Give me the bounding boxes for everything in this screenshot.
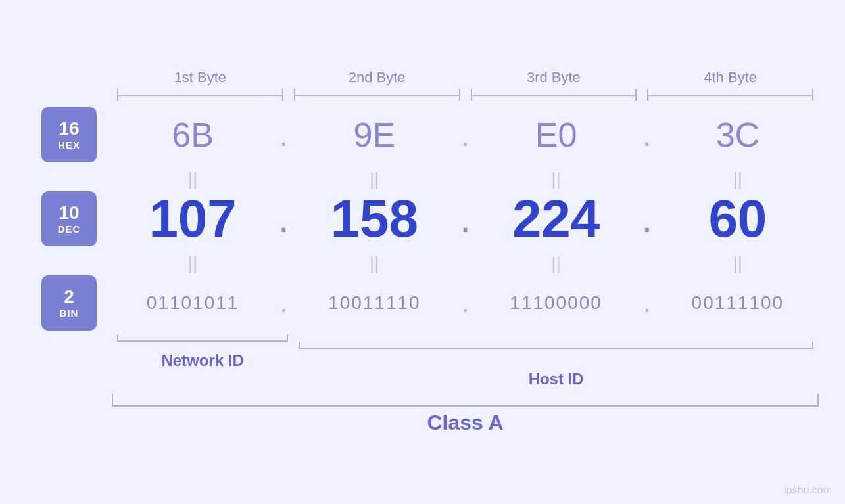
bin-dot-1: . (274, 290, 293, 316)
full-bracket-row (26, 394, 819, 407)
byte-label-2: 2nd Byte (289, 69, 466, 86)
hex-dot-1: . (274, 118, 293, 151)
hex-value-4: 3C (657, 115, 819, 154)
main-container: 1st Byte 2nd Byte 3rd Byte 4th Byte 16 H… (0, 0, 845, 504)
bracket-4 (647, 89, 813, 101)
dec-dot-3: . (637, 199, 657, 239)
host-id-bracket (299, 342, 813, 349)
equals-row-2: || || || || (26, 253, 819, 274)
dec-row: 10 DEC 107 . 158 . 224 . 60 (26, 191, 819, 246)
dec-value-1: 107 (112, 193, 274, 245)
byte-label-3: 3rd Byte (466, 69, 642, 86)
byte-label-4: 4th Byte (642, 69, 819, 86)
bin-dot-3: . (637, 290, 657, 316)
equals-6: || (293, 253, 455, 274)
full-bracket (112, 394, 819, 407)
hex-row: 16 HEX 6B . 9E . E0 . 3C (26, 107, 819, 162)
equals-3: || (475, 169, 637, 190)
bin-dot-2: . (456, 290, 475, 316)
hex-value-3: E0 (475, 115, 637, 154)
dec-badge: 10 DEC (41, 191, 97, 246)
host-id-label: Host ID (293, 370, 819, 388)
equals-row-1: || || || || (26, 169, 819, 190)
watermark: ipshu.com (784, 484, 832, 496)
equals-2: || (293, 169, 455, 190)
byte-labels-row: 1st Byte 2nd Byte 3rd Byte 4th Byte (26, 69, 819, 86)
equals-1: || (112, 169, 274, 190)
bin-value-1: 01101011 (112, 292, 274, 313)
dec-dot-1: . (274, 199, 293, 239)
bin-value-4: 00111100 (657, 292, 819, 313)
equals-7: || (475, 253, 637, 274)
equals-5: || (112, 253, 274, 274)
class-row: Class A (26, 411, 819, 435)
bracket-2 (294, 89, 460, 101)
hex-dot-2: . (456, 118, 475, 151)
hex-value-2: 9E (293, 115, 455, 154)
network-id-label: Network ID (112, 352, 293, 370)
bin-value-2: 10011110 (293, 292, 455, 313)
bracket-3 (471, 89, 637, 101)
bin-badge: 2 BIN (41, 275, 97, 331)
top-brackets-row (26, 89, 819, 101)
network-id-bracket (117, 334, 288, 342)
dec-value-4: 60 (657, 193, 819, 245)
class-label: Class A (112, 411, 819, 435)
dec-dot-2: . (456, 199, 475, 239)
bracket-1 (117, 89, 283, 101)
hex-value-1: 6B (112, 115, 274, 154)
dec-value-3: 224 (475, 193, 637, 245)
label-row: Network ID Host ID (26, 352, 819, 388)
byte-label-1: 1st Byte (112, 69, 289, 86)
hex-badge: 16 HEX (41, 107, 97, 162)
bin-row: 2 BIN 01101011 . 10011110 . 11100000 . 0… (26, 275, 819, 331)
bin-bracket-row (26, 334, 819, 349)
equals-8: || (657, 253, 819, 274)
equals-4: || (657, 169, 819, 190)
bin-value-3: 11100000 (475, 292, 637, 313)
hex-dot-3: . (637, 118, 657, 151)
dec-value-2: 158 (293, 193, 455, 245)
